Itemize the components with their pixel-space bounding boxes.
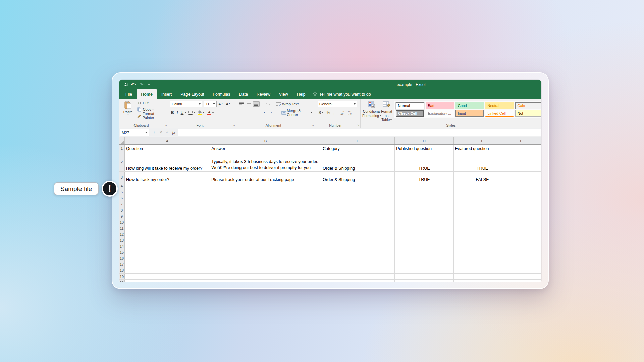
tab-home[interactable]: Home <box>137 89 157 99</box>
format-as-table-button[interactable]: Format as Table <box>381 100 392 122</box>
fill-color-button[interactable] <box>197 110 205 116</box>
col-header-c[interactable]: C <box>321 137 395 144</box>
col-header-d[interactable]: D <box>395 137 453 144</box>
cell-e1[interactable]: Featured question <box>454 145 511 152</box>
empty-cell[interactable] <box>125 231 210 237</box>
decrease-decimal-button[interactable]: .00 →.0 <box>346 110 353 116</box>
conditional-formatting-button[interactable]: ≠ Conditional Formatting <box>362 100 381 122</box>
underline-button[interactable]: U <box>180 110 185 116</box>
empty-cell[interactable] <box>125 207 210 213</box>
cell-d3[interactable]: TRUE <box>395 172 453 183</box>
empty-cell[interactable] <box>125 261 210 267</box>
cell-c3[interactable]: Order & Shipping <box>321 172 395 183</box>
empty-cell[interactable] <box>210 213 321 219</box>
empty-cell[interactable] <box>531 207 541 213</box>
empty-cell[interactable] <box>531 261 541 267</box>
empty-cell[interactable] <box>511 195 531 201</box>
empty-cell[interactable] <box>125 249 210 255</box>
empty-cell[interactable] <box>531 249 541 255</box>
empty-cell[interactable] <box>210 280 321 282</box>
row-number[interactable]: 10 <box>119 219 125 225</box>
empty-cell[interactable] <box>531 225 541 231</box>
empty-cell[interactable] <box>321 225 395 231</box>
row-number[interactable]: 2 <box>119 152 125 171</box>
empty-cell[interactable] <box>511 261 531 267</box>
empty-cell[interactable] <box>125 189 210 195</box>
cancel-icon[interactable]: ✕ <box>159 130 162 135</box>
font-name-select[interactable]: Calibri <box>170 101 202 107</box>
empty-cell[interactable] <box>454 280 511 282</box>
paste-button[interactable]: Paste <box>121 100 135 122</box>
number-dialog-launcher[interactable]: ↘ <box>357 124 359 127</box>
col-header-b[interactable]: B <box>210 137 321 144</box>
empty-cell[interactable] <box>395 207 453 213</box>
empty-cell[interactable] <box>511 189 531 195</box>
insert-function-icon[interactable]: fx <box>172 130 175 135</box>
empty-cell[interactable] <box>395 243 453 249</box>
empty-cell[interactable] <box>511 231 531 237</box>
row-number[interactable]: 19 <box>119 274 125 279</box>
empty-cell[interactable] <box>395 225 453 231</box>
wrap-text-button[interactable]: Wrap Text <box>275 101 300 107</box>
empty-cell[interactable] <box>511 243 531 249</box>
style-linked-cell[interactable]: Linked Cell <box>485 110 514 117</box>
empty-cell[interactable] <box>531 219 541 225</box>
empty-cell[interactable] <box>395 231 453 237</box>
empty-cell[interactable] <box>395 280 453 282</box>
empty-cell[interactable] <box>454 195 511 201</box>
number-format-select[interactable]: General <box>318 101 357 107</box>
align-center-button[interactable] <box>246 110 252 115</box>
empty-cell[interactable] <box>321 207 395 213</box>
font-color-button[interactable]: A <box>206 110 215 116</box>
empty-cell[interactable] <box>321 219 395 225</box>
undo-button[interactable]: ↶ <box>131 82 136 87</box>
empty-cell[interactable] <box>321 183 395 189</box>
empty-cell[interactable] <box>210 249 321 255</box>
empty-cell[interactable] <box>395 201 453 207</box>
empty-cell[interactable] <box>125 201 210 207</box>
cut-button[interactable]: ✂ Cut <box>136 100 166 106</box>
empty-cell[interactable] <box>511 225 531 231</box>
empty-cell[interactable] <box>454 189 511 195</box>
borders-button[interactable] <box>187 110 196 116</box>
cell-c2[interactable]: Order & Shipping <box>321 152 395 172</box>
style-neutral[interactable]: Neutral <box>485 102 514 109</box>
tab-data[interactable]: Data <box>234 89 252 99</box>
cell-b2[interactable]: Typically, it takes 3-5 business days to… <box>210 152 321 172</box>
empty-cell[interactable] <box>210 243 321 249</box>
empty-cell[interactable] <box>210 207 321 213</box>
cell-d1[interactable]: Published question <box>395 145 453 152</box>
row-number[interactable]: 6 <box>119 195 125 201</box>
style-explanatory[interactable]: Explanatory ... <box>426 110 454 117</box>
align-bottom-button[interactable] <box>253 101 260 107</box>
empty-cell[interactable] <box>531 189 541 195</box>
cell-f1[interactable] <box>511 145 531 152</box>
empty-cell[interactable] <box>125 255 210 261</box>
empty-cell[interactable] <box>125 219 210 225</box>
empty-cell[interactable] <box>125 267 210 273</box>
cell-a2[interactable]: How long will it take to receive my orde… <box>125 152 210 172</box>
col-header-e[interactable]: E <box>454 137 511 144</box>
empty-cell[interactable] <box>321 195 395 201</box>
align-right-button[interactable] <box>253 110 260 115</box>
shrink-font-button[interactable]: A▼ <box>225 102 232 106</box>
empty-cell[interactable] <box>321 201 395 207</box>
empty-cell[interactable] <box>531 274 541 279</box>
grow-font-button[interactable]: A▲ <box>217 102 224 106</box>
empty-cell[interactable] <box>210 267 321 273</box>
style-calculation[interactable]: Calc <box>515 102 541 109</box>
empty-cell[interactable] <box>531 231 541 237</box>
row-number[interactable]: 11 <box>119 225 125 231</box>
bold-button[interactable]: B <box>170 110 175 116</box>
empty-cell[interactable] <box>210 183 321 189</box>
clipboard-dialog-launcher[interactable]: ↘ <box>164 124 167 127</box>
cell-d2[interactable]: TRUE <box>395 152 453 172</box>
col-header-a[interactable]: A <box>125 137 210 144</box>
empty-cell[interactable] <box>321 261 395 267</box>
empty-cell[interactable] <box>210 189 321 195</box>
tab-file[interactable]: File <box>121 89 137 99</box>
empty-cell[interactable] <box>454 225 511 231</box>
empty-cell[interactable] <box>454 261 511 267</box>
empty-cell[interactable] <box>454 237 511 243</box>
row-number[interactable]: 15 <box>119 249 125 255</box>
